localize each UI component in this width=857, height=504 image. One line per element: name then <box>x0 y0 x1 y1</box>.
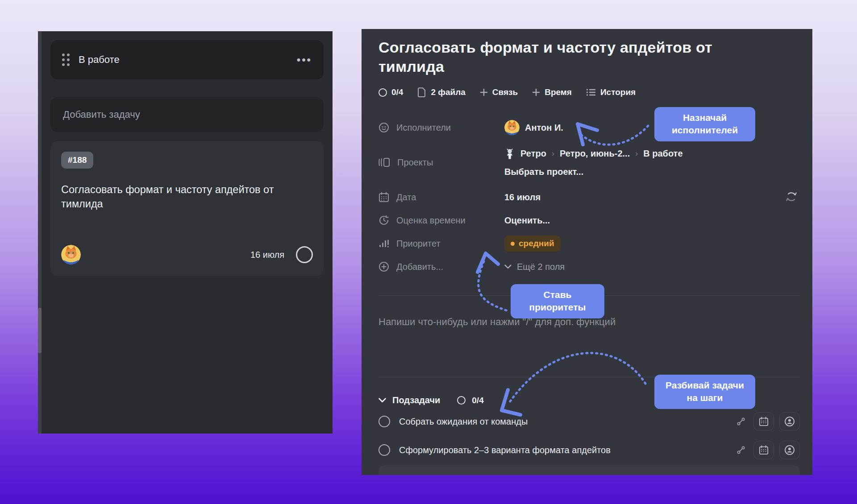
subtask-progress-button[interactable]: 0/4 <box>379 87 403 97</box>
priority-dot-icon <box>511 242 515 246</box>
column-menu-button[interactable]: ••• <box>297 54 312 66</box>
subtask-row[interactable]: Сформулировать 2–3 варианта формата апде… <box>379 438 800 463</box>
drag-handle-icon[interactable] <box>62 54 70 66</box>
project-emoji-cat <box>504 148 515 160</box>
subtask-row[interactable]: Собрать ожидания от команды <box>379 409 800 434</box>
assignee-avatar <box>504 120 520 135</box>
task-card[interactable]: #188 Согласовать формат и частоту апдейт… <box>50 141 324 276</box>
priority-icon <box>379 239 389 248</box>
link-icon[interactable] <box>736 446 745 454</box>
field-label: Исполнители <box>396 123 451 133</box>
subtask-date-button[interactable] <box>753 412 774 431</box>
plus-circle-icon <box>379 261 389 272</box>
subtask-date-button[interactable] <box>753 441 774 459</box>
history-button[interactable]: История <box>586 87 636 97</box>
progress-circle-icon <box>457 396 466 405</box>
kanban-column: В работе ••• Добавить задачу #188 Соглас… <box>38 31 333 434</box>
column-title: В работе <box>79 54 120 66</box>
add-task-label: Добавить задачу <box>63 109 140 120</box>
breadcrumb-item[interactable]: Ретро, июнь-2... <box>560 149 630 159</box>
breadcrumb-item[interactable]: В работе <box>643 149 682 159</box>
assignee-chip[interactable]: Антон И. <box>504 120 563 135</box>
date-value[interactable]: 16 июля <box>504 192 541 202</box>
add-link-button[interactable]: Связь <box>480 87 518 97</box>
add-task-button[interactable]: Добавить задачу <box>50 97 324 132</box>
task-card-title: Согласовать формат и частоту апдейтов от… <box>61 183 302 211</box>
chevron-right-icon: › <box>635 149 638 158</box>
task-title[interactable]: Согласовать формат и частоту апдейтов от… <box>379 38 713 76</box>
person-icon <box>784 416 795 427</box>
calendar-icon <box>379 192 389 202</box>
chevron-right-icon: › <box>552 149 554 158</box>
breadcrumb-item[interactable]: Ретро <box>520 149 546 159</box>
repeat-icon <box>785 190 798 203</box>
time-estimate-icon <box>379 215 389 226</box>
subtask-assignee-button[interactable] <box>779 412 800 431</box>
subtask-assignee-button[interactable] <box>779 441 800 459</box>
column-header[interactable]: В работе ••• <box>50 40 324 79</box>
person-icon <box>784 445 795 455</box>
project-breadcrumb: Ретро › Ретро, июнь-2... › В работе <box>504 148 683 160</box>
subtask-title[interactable]: Сформулировать 2–3 варианта формата апде… <box>399 445 611 455</box>
priority-badge[interactable]: средний <box>504 235 561 252</box>
due-date: 16 июля <box>250 250 284 260</box>
history-icon <box>586 88 596 97</box>
complete-task-circle[interactable] <box>296 246 313 263</box>
field-label: Приоритет <box>396 239 441 249</box>
field-label: Дата <box>396 192 416 202</box>
plus-icon <box>480 88 488 96</box>
field-projects: Проекты Ретро › Ретро, июнь-2... › В раб… <box>379 139 800 186</box>
field-estimate: Оценка времени Оценить... <box>379 209 800 232</box>
subtask-title[interactable]: Собрать ожидания от команды <box>399 417 528 427</box>
choose-project-button[interactable]: Выбрать проект... <box>504 167 683 177</box>
subtask-complete-circle[interactable] <box>379 444 390 456</box>
subtask-complete-circle[interactable] <box>379 416 390 427</box>
chevron-down-icon[interactable] <box>379 398 386 403</box>
task-toolbar: 0/4 2 файла Связь Время История <box>379 87 800 97</box>
new-subtask-input[interactable] <box>379 465 800 475</box>
field-date: Дата 16 июля <box>379 186 800 209</box>
link-icon[interactable] <box>736 417 745 426</box>
add-field-button[interactable]: Добавить... <box>379 261 504 272</box>
column-scrollbar[interactable] <box>38 308 42 353</box>
subtasks-progress: 0/4 <box>472 396 483 405</box>
projects-icon <box>379 157 390 167</box>
field-add: Добавить... Ещё 2 поля <box>379 255 800 278</box>
chevron-down-icon <box>504 264 512 269</box>
progress-circle-icon <box>379 88 387 97</box>
task-card-footer: 16 июля <box>61 245 313 264</box>
subtasks-title[interactable]: Подзадачи <box>392 395 440 405</box>
more-fields-toggle[interactable]: Ещё 2 поля <box>504 262 565 272</box>
callout-split-tasks: Разбивай задачи на шаги <box>654 375 755 409</box>
callout-assign-executors: Назначай исполнителей <box>654 107 755 141</box>
calendar-icon <box>759 445 769 455</box>
smiley-icon <box>379 122 389 133</box>
field-label: Проекты <box>397 157 433 168</box>
assignee-name: Антон И. <box>525 123 563 133</box>
file-icon <box>417 87 426 97</box>
plus-icon <box>532 88 540 96</box>
estimate-value[interactable]: Оценить... <box>504 215 550 226</box>
callout-set-priorities: Ставь приоритеты <box>511 284 604 318</box>
calendar-icon <box>759 417 769 426</box>
field-label: Оценка времени <box>396 215 466 226</box>
field-label: Добавить... <box>396 262 443 272</box>
add-time-button[interactable]: Время <box>532 87 572 97</box>
files-button[interactable]: 2 файла <box>417 87 465 97</box>
repeat-button[interactable] <box>785 190 798 204</box>
field-priority: Приоритет средний <box>379 232 800 255</box>
assignee-avatar <box>61 245 81 264</box>
task-id-badge: #188 <box>61 152 93 169</box>
